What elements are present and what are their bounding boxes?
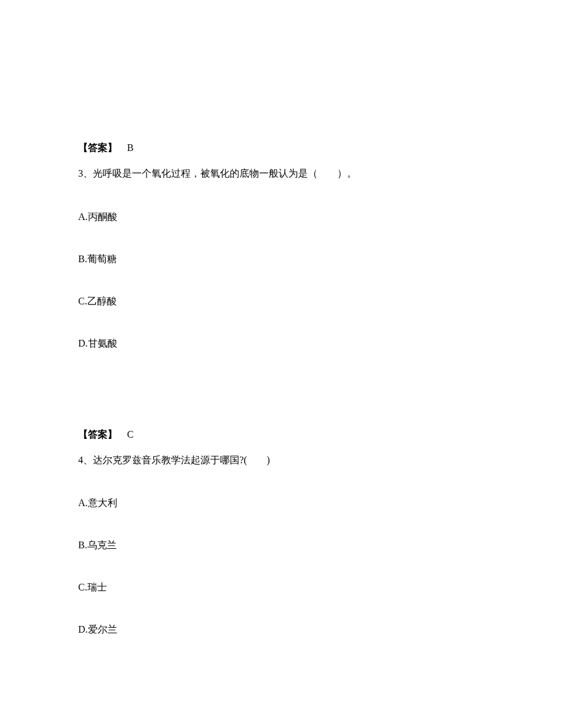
q2-answer-label: 【答案】 bbox=[78, 142, 117, 153]
document-content: 【答案】 B 3、光呼吸是一个氧化过程，被氧化的底物一般认为是（ ）。 A.丙酮… bbox=[0, 0, 562, 636]
q4-option-b: B.乌克兰 bbox=[78, 539, 484, 552]
q3-option-d: D.甘氨酸 bbox=[78, 337, 484, 350]
q3-option-b: B.葡萄糖 bbox=[78, 253, 484, 266]
q3-text: 光呼吸是一个氧化过程，被氧化的底物一般认为是（ ）。 bbox=[93, 168, 357, 178]
q2-answer: 【答案】 B bbox=[78, 142, 484, 155]
q3-question: 3、光呼吸是一个氧化过程，被氧化的底物一般认为是（ ）。 bbox=[78, 166, 484, 182]
q4-option-a: A.意大利 bbox=[78, 497, 484, 510]
q4-option-c: C.瑞士 bbox=[78, 581, 484, 594]
q3-answer-value: C bbox=[127, 429, 134, 439]
spacer bbox=[78, 350, 484, 428]
q4-number: 4、 bbox=[78, 455, 93, 465]
q4-text: 达尔克罗兹音乐教学法起源于哪国?( ) bbox=[93, 455, 270, 465]
q2-answer-value: B bbox=[127, 142, 134, 153]
q3-option-a: A.丙酮酸 bbox=[78, 211, 484, 224]
q3-answer-label: 【答案】 bbox=[78, 429, 117, 439]
q4-option-d: D.爱尔兰 bbox=[78, 623, 484, 636]
q4-question: 4、达尔克罗兹音乐教学法起源于哪国?( ) bbox=[78, 452, 484, 468]
q3-answer: 【答案】 C bbox=[78, 428, 484, 441]
q3-option-c: C.乙醇酸 bbox=[78, 295, 484, 308]
q3-number: 3、 bbox=[78, 168, 93, 178]
